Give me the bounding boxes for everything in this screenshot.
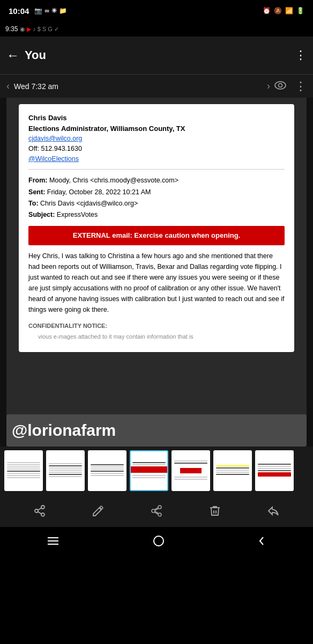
confidentiality-text: vious e-mages attached to it may contain… — [28, 330, 285, 343]
sender-twitter[interactable]: @WilcoElections — [28, 155, 79, 163]
circle-icon: ◉ — [20, 26, 25, 33]
mute-icon: 🔕 — [274, 7, 282, 14]
delete-button[interactable] — [208, 504, 221, 517]
file-icon: 📁 — [59, 7, 67, 14]
app-header: ← You ⋮ — [0, 36, 313, 74]
svg-point-10 — [154, 536, 163, 546]
svg-line-6 — [38, 511, 42, 514]
sender-info: Chris Davis Elections Administrator, Wil… — [28, 113, 285, 164]
secondary-time: 9:35 — [5, 25, 18, 33]
email-document: Chris Davis Elections Administrator, Wil… — [19, 104, 294, 352]
sub-header: ‹ Wed 7:32 am › ⋮ — [0, 74, 313, 98]
more-button[interactable]: ⋮ — [295, 48, 307, 62]
battery-icon: 🔋 — [296, 7, 304, 14]
back-nav-button[interactable] — [258, 534, 266, 547]
action-bar — [0, 495, 313, 527]
svg-point-3 — [35, 509, 38, 513]
watermark-overlay: @lorionafarm — [6, 414, 307, 447]
sender-email[interactable]: cjdavis@wilco.org — [28, 135, 82, 142]
thumbnail-2[interactable] — [46, 450, 85, 491]
email-divider — [28, 169, 285, 170]
status-bar-right: ⏰ 🔕 📶 🔋 — [263, 7, 304, 14]
wifi-small-icon: ∞ — [44, 7, 49, 14]
svg-point-4 — [41, 513, 44, 516]
thumbnail-1[interactable] — [4, 450, 43, 491]
svg-point-1 — [279, 83, 282, 87]
sub-header-date: Wed 7:32 am — [14, 82, 263, 91]
email-body: Hey Chris, I was talking to Christina a … — [28, 251, 285, 315]
email-sent: Sent: Friday, October 28, 2022 10:21 AM — [28, 187, 285, 198]
g-icon: G — [48, 26, 53, 32]
menu-nav-button[interactable] — [47, 535, 59, 547]
next-button[interactable]: › — [267, 80, 270, 92]
thumbnail-6[interactable] — [213, 450, 252, 491]
thumbnail-5[interactable] — [172, 450, 210, 491]
svg-line-5 — [38, 508, 42, 510]
status-time: 10:04 — [9, 6, 29, 16]
sub-header-nav: ‹ — [6, 80, 10, 92]
dollar-icon: $ — [38, 26, 41, 32]
app-title: You — [25, 48, 289, 62]
status-bar: 10:04 📷 ∞ ✳ 📁 ⏰ 🔕 📶 🔋 — [0, 0, 313, 21]
status-bar-left: 10:04 📷 ∞ ✳ 📁 — [9, 6, 67, 16]
secondary-bar: 9:35 ◉ ▶ ♪ $ S G ✓ — [0, 21, 313, 36]
bluetooth-icon: ✳ — [51, 7, 57, 14]
bottom-nav — [0, 527, 313, 554]
watermark-text: @lorionafarm — [12, 421, 116, 440]
alarm-icon: ⏰ — [263, 7, 271, 14]
back-button[interactable]: ← — [6, 48, 19, 63]
s-icon: S — [42, 26, 46, 32]
email-from: From: Moody, Chris <chris.moody@essvote.… — [28, 175, 285, 186]
email-subject: Subject: ExpressVotes — [28, 209, 285, 221]
thumbnail-3[interactable] — [88, 450, 126, 491]
sender-name: Chris Davis — [28, 113, 285, 123]
eye-button[interactable] — [274, 79, 286, 93]
thumbnail-strip — [0, 447, 313, 495]
share2-button[interactable] — [267, 504, 280, 517]
confidentiality-header: CONFIDENTIALITY NOTICE: — [28, 321, 285, 331]
wifi-icon: 📶 — [285, 7, 293, 14]
camera-icon: 📷 — [34, 7, 42, 14]
email-to: To: Chris Davis <cjdavis@wilco.org> — [28, 198, 285, 209]
thumbnail-7[interactable] — [255, 450, 294, 491]
svg-point-2 — [41, 506, 44, 509]
main-content: Chris Davis Elections Administrator, Wil… — [0, 98, 313, 447]
edit-button[interactable] — [92, 504, 105, 517]
email-meta: From: Moody, Chris <chris.moody@essvote.… — [28, 175, 285, 221]
svg-point-0 — [275, 82, 286, 89]
header-icons: ⋮ — [295, 48, 307, 62]
prev-button[interactable]: ‹ — [6, 80, 10, 92]
forward-button[interactable] — [150, 504, 163, 517]
secondary-bar-icons: ◉ ▶ ♪ $ S G ✓ — [20, 26, 59, 33]
share-button[interactable] — [33, 504, 46, 517]
music-icon: ♪ — [33, 26, 36, 32]
sub-header-actions: ⋮ — [274, 79, 307, 93]
sender-phone: Off: 512.943.1630 — [28, 144, 285, 154]
thumbnail-4[interactable] — [130, 450, 168, 491]
youtube-icon: ▶ — [27, 26, 31, 33]
options-button[interactable]: ⋮ — [295, 79, 307, 93]
sender-title: Elections Administrator, Williamson Coun… — [28, 123, 285, 134]
home-nav-button[interactable] — [153, 534, 165, 547]
warning-banner: EXTERNAL email: Exercise caution when op… — [28, 226, 285, 245]
check-icon: ✓ — [54, 26, 59, 33]
